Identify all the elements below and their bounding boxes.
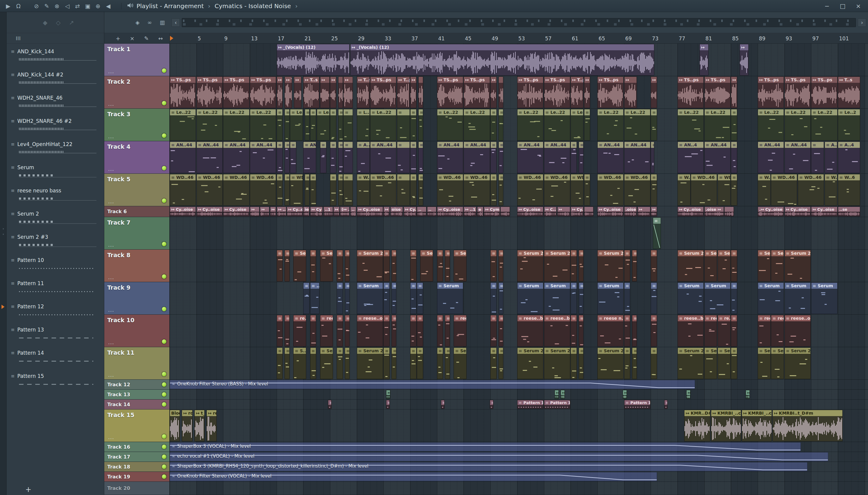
clip[interactable]: ≡WD..46 — [691, 174, 717, 206]
playhead-marker[interactable] — [170, 36, 173, 41]
clip[interactable]: ↦ Cy — [310, 207, 323, 217]
picker-item[interactable]: ≡reese neuro bass — [6, 185, 104, 208]
clip[interactable]: ≡AN..44 — [370, 141, 396, 173]
clip[interactable] — [498, 76, 503, 108]
clip[interactable]: ↦ — [624, 76, 637, 108]
clip[interactable]: ≡AN..44 — [223, 141, 249, 173]
clip[interactable]: ↦ t_D# ↦ — [194, 410, 204, 441]
clip[interactable]: ≡ — [343, 174, 353, 206]
clip[interactable]: ≡Serum — [785, 283, 811, 314]
clip[interactable]: ≡ — [437, 315, 443, 346]
track-enable-indicator[interactable] — [162, 455, 166, 459]
clip[interactable]: ≡WD..46 — [370, 174, 396, 206]
clip[interactable]: ≡Pattern 10 — [544, 400, 570, 409]
picker-item[interactable]: ≡WDH2_SNARE_46 #2 — [6, 116, 104, 139]
track-enable-indicator[interactable] — [162, 307, 166, 311]
mute-tool-icon[interactable]: ◁ — [62, 3, 72, 9]
clip[interactable]: ≡Seru..#3 — [320, 250, 333, 281]
clip[interactable]: .↦ Cy..oise — [758, 207, 784, 217]
track-lane[interactable]: Bloo ↦↦ rdriv ↦↦ t_D# ↦↦ re ar↦ KMR..D#m… — [170, 409, 868, 442]
clip[interactable]: ↦ — [731, 76, 737, 108]
track-lane[interactable]: ≡≡≡≡≡Pattern 10≡Pattern 10≡Pattern 10≡ — [170, 399, 868, 409]
clip[interactable]: ≡ — [337, 347, 343, 379]
clip[interactable]: e — [477, 207, 484, 217]
track-enable-indicator[interactable] — [162, 68, 166, 73]
clip[interactable]: ↦ — [700, 44, 708, 75]
clip[interactable]: ≡AN..44 — [197, 141, 223, 173]
picker-item[interactable]: ≡AND_Kick_144 — [6, 46, 104, 69]
link-icon[interactable]: ∞ — [147, 19, 152, 25]
track-lane[interactable]: ↦ _(Vocals) (12)↦ _(Vocals) (12)↦↦ — [170, 44, 868, 76]
clip[interactable]: ↦ Cy.. — [404, 207, 416, 217]
draw-tool-icon[interactable]: ✎ — [42, 3, 52, 9]
clip[interactable]: ∞ShaperBox 3 (KMRBI_RHS4_120_synth_loop_… — [170, 462, 807, 471]
clip[interactable]: ↦ TS..ps — [597, 76, 624, 108]
clip[interactable]: ↦ re ar — [207, 410, 217, 441]
picker-star-icon[interactable]: ◇ — [56, 19, 60, 26]
clip[interactable]: .. — [350, 207, 357, 217]
clip[interactable]: ≡Le..2 — [317, 109, 330, 141]
clip[interactable]: ≡ — [418, 174, 423, 206]
clip[interactable]: ↦ KMRBI_..ct_D#m — [742, 410, 772, 441]
clip[interactable]: ↦ — [330, 76, 337, 108]
track-lane[interactable]: ∞ShaperBox 3 (VOCAL) - Mix level — [170, 442, 868, 452]
clip[interactable]: ∞OneKnob Filter Stereo (BASS) - Mix leve… — [170, 380, 695, 389]
clip[interactable]: ≡Serum 2 — [517, 347, 543, 379]
clip[interactable]: ≡AN..44 — [250, 141, 276, 173]
delete-tool-icon[interactable]: ⊗ — [52, 3, 62, 9]
picker-layout-icon[interactable]: ☰ — [15, 36, 21, 40]
clip[interactable]: ≡WD..6 — [718, 174, 731, 206]
clip[interactable]: ≡ — [624, 250, 630, 281]
clip[interactable]: ↦ TS..ps — [704, 76, 731, 108]
clip[interactable]: ≡reese..o bass — [357, 315, 383, 346]
clip[interactable]: ≡Se..2 — [771, 347, 784, 379]
clip[interactable]: ≡Le..22 — [517, 109, 543, 141]
clip[interactable]: ≡ — [305, 174, 310, 206]
clip[interactable]: ≡ — [651, 141, 654, 173]
clip[interactable]: ie — [303, 207, 310, 217]
clip[interactable]: ↦ — [320, 76, 330, 108]
clip[interactable]: ↦ KMR..D#m ↦ — [684, 410, 710, 441]
track-enable-indicator[interactable] — [162, 392, 166, 397]
clip[interactable]: ↦ Cy..oise — [811, 207, 837, 217]
clip[interactable]: ≡ — [277, 347, 283, 379]
clip[interactable]: ↦ C.. — [544, 207, 557, 217]
clip[interactable]: ≡AN..44 — [517, 141, 543, 173]
clip[interactable]: ≡ — [579, 283, 584, 314]
clip[interactable]: ≡ — [651, 315, 657, 346]
clip[interactable]: ↦ — [277, 76, 283, 108]
clip[interactable]: ↦ TS..ps — [758, 76, 784, 108]
clip[interactable]: ..1 — [323, 207, 333, 217]
track-lane[interactable]: ↦ TS..ps↦ TS..ps↦ TS..ps↦ TS..ps↦↦ T..ps… — [170, 76, 868, 109]
clip[interactable]: ≡ — [337, 315, 343, 346]
clip[interactable]: ≡re..ss — [293, 315, 306, 346]
clip[interactable]: ↦ + — [383, 207, 390, 217]
clip[interactable]: ↦ TS..ps — [517, 76, 543, 108]
clip[interactable]: ≡ — [498, 250, 503, 281]
clip[interactable]: ≡ — [584, 174, 590, 206]
clip[interactable]: ≡ — [731, 109, 737, 141]
clip[interactable]: ≡Serum — [811, 283, 837, 314]
track-header[interactable]: Track 1... — [104, 44, 169, 76]
clip[interactable]: ↦ — [343, 76, 353, 108]
track-enable-indicator[interactable] — [162, 274, 166, 279]
slip-tool-icon[interactable]: ⊘ — [31, 3, 42, 9]
clip[interactable]: ≡ — [345, 315, 349, 346]
clip[interactable] — [584, 207, 594, 217]
clip[interactable]: ≡ — [498, 141, 503, 173]
clip[interactable]: ≡ — [310, 174, 316, 206]
clip[interactable]: .. — [417, 207, 426, 217]
picker-item[interactable]: ≡Serum — [6, 162, 104, 185]
track-header[interactable]: Track 20 — [104, 482, 169, 495]
clip[interactable]: ≡AN..44 — [544, 141, 570, 173]
clip[interactable]: ↦ TS..ps — [370, 76, 396, 108]
clip[interactable]: ≡ — [437, 250, 443, 281]
clip[interactable]: ≡WD..46 — [517, 174, 543, 206]
close-button[interactable]: × — [852, 2, 865, 10]
timeline-ruler[interactable]: 5913172125293337414549535761656973778185… — [170, 33, 868, 44]
clip[interactable]: ≡ — [277, 109, 283, 141]
clip[interactable]: ↦ TS..ps — [170, 76, 196, 108]
maximize-button[interactable]: □ — [836, 2, 849, 10]
track-header[interactable]: Track 5... — [104, 174, 169, 206]
clip[interactable]: ≡ — [284, 174, 289, 206]
